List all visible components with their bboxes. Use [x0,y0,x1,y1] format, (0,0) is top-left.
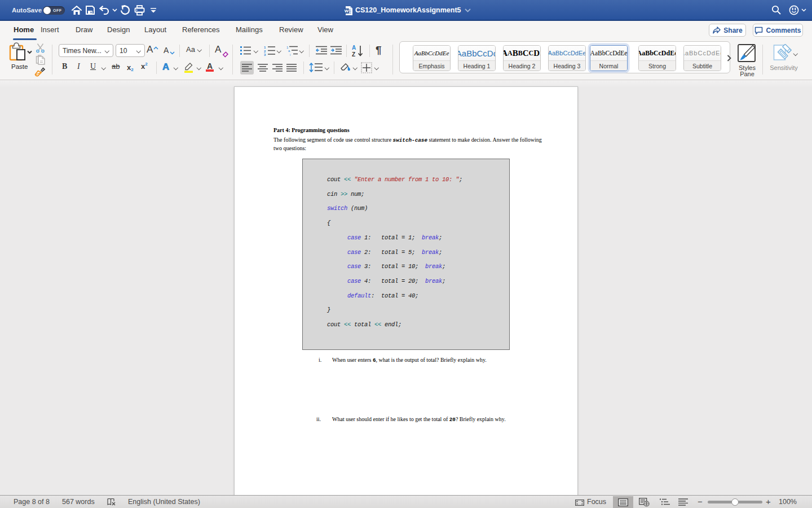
svg-text:W: W [345,8,349,14]
svg-text:i: i [290,53,290,56]
svg-text:2: 2 [264,50,266,53]
svg-text:a: a [288,49,290,52]
svg-text:A: A [352,45,356,51]
svg-text:1: 1 [286,46,289,49]
svg-text:3: 3 [264,53,266,56]
svg-text:1: 1 [264,46,266,49]
svg-text:Z: Z [352,51,355,57]
